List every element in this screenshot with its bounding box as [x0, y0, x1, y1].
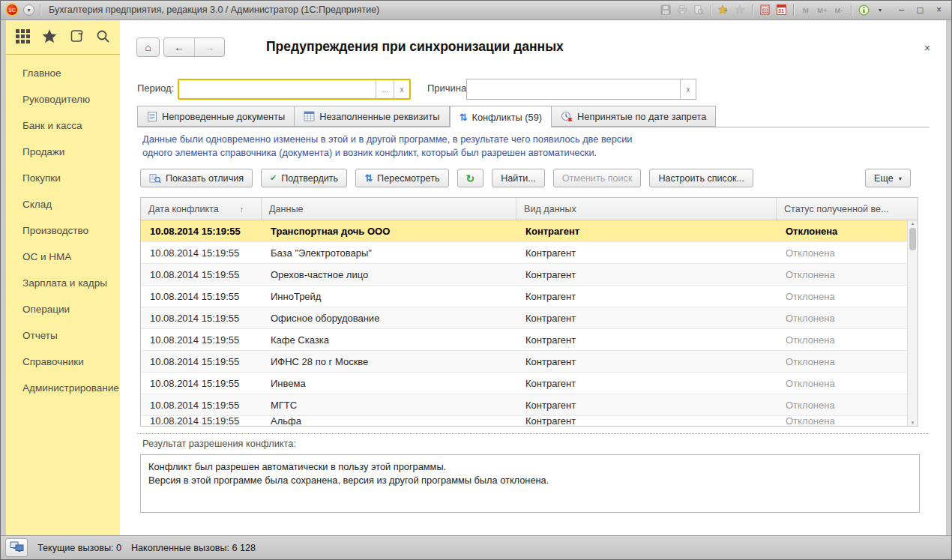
find-button[interactable]: Найти... [492, 169, 544, 187]
search-icon [96, 29, 110, 46]
check-icon: ✔ [270, 173, 277, 183]
memory-recall-button[interactable]: M [798, 3, 813, 17]
add-favorite-icon [717, 4, 729, 15]
conflict-kind: Контрагент [516, 416, 777, 426]
table-row[interactable]: 10.08.2014 15:19:55Орехов-частное лицоКо… [141, 264, 907, 286]
table-row[interactable]: 10.08.2014 15:19:55ИнноТрейдКонтрагентОт… [141, 286, 907, 307]
close-button[interactable]: × [931, 3, 947, 17]
period-picker-button[interactable]: ... [376, 80, 394, 98]
favorites-button[interactable] [732, 3, 747, 17]
configure-list-button[interactable]: Настроить список... [649, 169, 753, 187]
sidebar-item-sales[interactable]: Продажи [6, 139, 120, 165]
reason-label: Причина: [427, 82, 469, 94]
page-close-button[interactable]: × [921, 41, 934, 55]
titlebar-tool[interactable] [793, 4, 794, 16]
table-row[interactable]: 10.08.2014 15:19:55ИФНС 28 по г МосквеКо… [141, 351, 907, 373]
column-header[interactable]: Вид данных [516, 198, 777, 220]
search-panel-button[interactable] [93, 28, 112, 47]
titlebar-tool[interactable] [711, 4, 711, 16]
table-row[interactable]: 10.08.2014 15:19:55Офисное оборудованиеК… [141, 307, 907, 329]
scroll-up-icon[interactable]: ▲ [908, 221, 918, 226]
sidebar-item-administration[interactable]: Администрирование [6, 375, 120, 401]
tab-conflicts[interactable]: ⇅Конфликты (59) [450, 106, 552, 127]
table-row[interactable]: 10.08.2014 15:19:55Транспортная дочь ООО… [141, 220, 907, 242]
confirm-button[interactable]: ✔Подтвердить [261, 169, 347, 187]
titlebar-tool[interactable] [752, 4, 753, 16]
info-dropdown-button[interactable]: ▾ [873, 3, 888, 17]
result-box: Конфликт был разрешен автоматически в по… [140, 454, 920, 513]
conflict-data: Транспортная дочь ООО [262, 220, 516, 241]
table-row[interactable]: 10.08.2014 15:19:55МГТСКонтрагентОтклоне… [141, 394, 907, 416]
main-menu-dropdown-button[interactable]: ▾ [23, 4, 34, 16]
show-differences-button[interactable]: Показать отличия [140, 169, 253, 187]
column-header[interactable]: Данные [262, 198, 516, 220]
cancel-search-button[interactable]: Отменить поиск [553, 169, 642, 187]
calendar-button[interactable]: 31 [774, 3, 789, 17]
table-row[interactable]: 10.08.2014 15:19:55Кафе СказкаКонтрагент… [141, 329, 907, 351]
sidebar-item-warehouse[interactable]: Склад [6, 191, 120, 217]
history-panel-button[interactable] [67, 28, 86, 47]
sidebar-item-bank-cash[interactable]: Банк и касса [6, 112, 120, 139]
conflict-date: 10.08.2014 15:19:55 [141, 373, 262, 394]
column-header[interactable]: Дата конфликта↑ [141, 198, 262, 220]
conflict-date: 10.08.2014 15:19:55 [141, 307, 262, 328]
tab-unposted-documents[interactable]: Непроведенные документы [137, 106, 295, 127]
conflict-data: Офисное оборудование [262, 307, 516, 328]
sidebar-item-purchases[interactable]: Покупки [6, 165, 120, 191]
table-row[interactable]: 10.08.2014 15:19:55База "Электротовары"К… [141, 242, 907, 264]
add-favorite-button[interactable] [716, 3, 731, 17]
conflict-kind: Контрагент [516, 373, 777, 394]
reason-input[interactable] [467, 79, 680, 99]
conflict-date: 10.08.2014 15:19:55 [141, 394, 262, 415]
conflict-data: ИФНС 28 по г Москве [262, 351, 516, 372]
performance-indicator-button[interactable] [5, 538, 28, 557]
sidebar-item-production[interactable]: Производство [6, 217, 120, 244]
tab-rejected-by-date[interactable]: Непринятые по дате запрета [552, 106, 716, 127]
review-button[interactable]: ⇅Пересмотреть [355, 169, 448, 187]
sidebar-item-salary-hr[interactable]: Зарплата и кадры [6, 270, 120, 296]
sections-menu: ГлавноеРуководителюБанк и кассаПродажиПо… [6, 55, 120, 401]
sidebar-item-manager[interactable]: Руководителю [6, 86, 120, 112]
scroll-down-icon[interactable]: ▼ [908, 421, 918, 425]
table-row[interactable]: 10.08.2014 15:19:55АльфаКонтрагентОтклон… [141, 416, 907, 426]
table-row[interactable]: 10.08.2014 15:19:55ИнвемаКонтрагентОткло… [141, 373, 907, 394]
maximize-button[interactable]: □ [912, 3, 928, 17]
tab-unfilled-attributes[interactable]: Незаполненные реквизиты [295, 106, 449, 127]
info-button[interactable] [856, 3, 871, 17]
memory-minus-button[interactable]: M- [831, 3, 846, 17]
column-header[interactable]: Статус полученной ве... [777, 198, 918, 220]
conflict-kind: Контрагент [516, 394, 777, 415]
vertical-scrollbar[interactable]: ▲ ▼ [907, 220, 918, 426]
sections-sidebar: ГлавноеРуководителюБанк и кассаПродажиПо… [6, 20, 120, 535]
print-button[interactable] [675, 3, 690, 17]
conflict-kind: Контрагент [516, 220, 777, 241]
back-button[interactable]: ← [164, 38, 194, 56]
minimize-button[interactable]: – [894, 3, 909, 17]
sidebar-item-main[interactable]: Главное [6, 60, 120, 86]
history-icon [69, 28, 84, 46]
sections-menu-button[interactable] [13, 28, 33, 47]
sidebar-item-fixed-assets[interactable]: ОС и НМА [6, 244, 120, 270]
more-button[interactable]: Еще ▾ [865, 169, 911, 187]
splitter[interactable] [137, 433, 930, 434]
titlebar-tool[interactable] [851, 4, 852, 16]
conflict-date: 10.08.2014 15:19:55 [141, 220, 262, 241]
sidebar-item-operations[interactable]: Операции [6, 296, 120, 322]
sidebar-item-directories[interactable]: Справочники [6, 349, 120, 375]
conflict-kind: Контрагент [516, 242, 777, 263]
print-preview-button[interactable] [691, 3, 706, 17]
home-button[interactable]: ⌂ [136, 37, 160, 57]
forward-button[interactable]: → [194, 38, 224, 56]
period-input[interactable] [179, 80, 376, 98]
divider [40, 4, 40, 16]
sidebar-item-reports[interactable]: Отчеты [6, 322, 120, 349]
calculator-button[interactable] [757, 3, 772, 17]
scrollbar-thumb[interactable] [909, 228, 916, 250]
refresh-button[interactable]: ↻ [457, 169, 484, 187]
favorites-panel-button[interactable] [40, 28, 59, 47]
memory-plus-button[interactable]: M+ [815, 3, 830, 17]
period-clear-button[interactable]: x [394, 80, 409, 98]
sort-ascending-icon: ↑ [240, 205, 244, 214]
save-button[interactable] [658, 3, 673, 17]
reason-clear-button[interactable]: x [680, 79, 696, 99]
